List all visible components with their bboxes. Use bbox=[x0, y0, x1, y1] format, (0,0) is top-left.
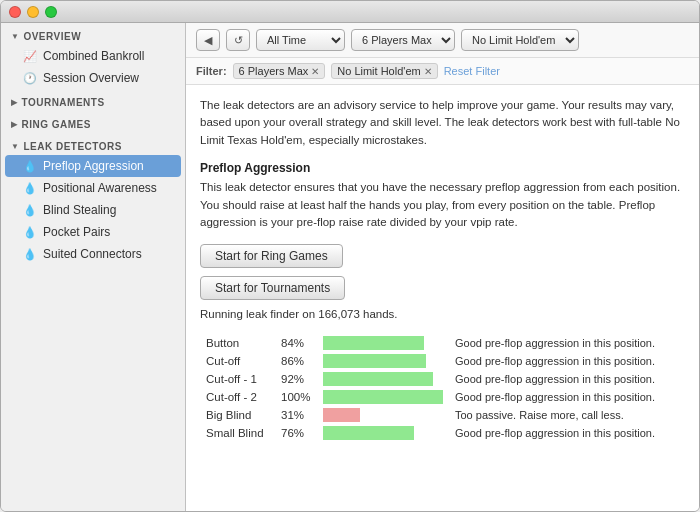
action-buttons: Start for Ring Games Start for Tournamen… bbox=[200, 244, 685, 308]
stat-desc: Good pre-flop aggression in this positio… bbox=[449, 352, 685, 370]
table-row: Big Blind 31% Too passive. Raise more, c… bbox=[200, 406, 685, 424]
stat-bar-fill bbox=[323, 408, 360, 422]
sidebar-item-pocket-pairs[interactable]: 💧 Pocket Pairs bbox=[1, 221, 185, 243]
stat-bar-cell bbox=[317, 424, 449, 442]
content-area: ▼ OVERVIEW 📈 Combined Bankroll 🕐 Session… bbox=[1, 23, 699, 511]
stat-bar-fill bbox=[323, 426, 414, 440]
stat-bar-fill bbox=[323, 336, 424, 350]
stat-bar-container bbox=[323, 426, 443, 440]
stat-bar-cell bbox=[317, 352, 449, 370]
start-ring-games-button[interactable]: Start for Ring Games bbox=[200, 244, 343, 268]
ring-games-section-header: ▶ RING GAMES bbox=[1, 111, 185, 133]
tournaments-arrow: ▶ bbox=[11, 98, 18, 107]
close-button[interactable] bbox=[9, 6, 21, 18]
sidebar-item-blind-stealing[interactable]: 💧 Blind Stealing bbox=[1, 199, 185, 221]
reset-filter-link[interactable]: Reset Filter bbox=[444, 65, 500, 77]
overview-section-header: ▼ OVERVIEW bbox=[1, 23, 185, 45]
filter-bar: Filter: 6 Players Max ✕ No Limit Hold'em… bbox=[186, 58, 699, 85]
filter-tag-game-close[interactable]: ✕ bbox=[424, 66, 432, 77]
stat-bar-cell bbox=[317, 406, 449, 424]
stat-bar-container bbox=[323, 408, 443, 422]
stat-pct: 31% bbox=[275, 406, 317, 424]
back-button[interactable]: ◀ bbox=[196, 29, 220, 51]
sidebar-item-combined-bankroll[interactable]: 📈 Combined Bankroll bbox=[1, 45, 185, 67]
leak-detectors-section-header: ▼ LEAK DETECTORS bbox=[1, 133, 185, 155]
overview-arrow: ▼ bbox=[11, 32, 19, 41]
stat-bar-cell bbox=[317, 370, 449, 388]
stat-bar-cell bbox=[317, 334, 449, 352]
filter-tag-players: 6 Players Max ✕ bbox=[233, 63, 326, 79]
positional-awareness-icon: 💧 bbox=[23, 182, 37, 195]
start-tournaments-button[interactable]: Start for Tournaments bbox=[200, 276, 345, 300]
leak-detectors-arrow: ▼ bbox=[11, 142, 19, 151]
section-body: This leak detector ensures that you have… bbox=[200, 179, 685, 232]
sidebar-item-preflop-aggression[interactable]: 💧 Preflop Aggression bbox=[5, 155, 181, 177]
time-filter-select[interactable]: All Time Last Month Last Week bbox=[256, 29, 345, 51]
stat-desc: Good pre-flop aggression in this positio… bbox=[449, 334, 685, 352]
minimize-button[interactable] bbox=[27, 6, 39, 18]
game-filter-select[interactable]: No Limit Hold'em Pot Limit Omaha Fixed L… bbox=[461, 29, 579, 51]
preflop-aggression-icon: 💧 bbox=[23, 160, 37, 173]
table-row: Button 84% Good pre-flop aggression in t… bbox=[200, 334, 685, 352]
table-row: Small Blind 76% Good pre-flop aggression… bbox=[200, 424, 685, 442]
sidebar-item-session-overview[interactable]: 🕐 Session Overview bbox=[1, 67, 185, 89]
blind-stealing-icon: 💧 bbox=[23, 204, 37, 217]
table-row: Cut-off 86% Good pre-flop aggression in … bbox=[200, 352, 685, 370]
stat-bar-container bbox=[323, 372, 443, 386]
stat-pct: 86% bbox=[275, 352, 317, 370]
filter-tag-game: No Limit Hold'em ✕ bbox=[331, 63, 437, 79]
tournaments-section-header: ▶ TOURNAMENTS bbox=[1, 89, 185, 111]
stats-table: Button 84% Good pre-flop aggression in t… bbox=[200, 334, 685, 442]
stat-bar-container bbox=[323, 390, 443, 404]
stat-pct: 84% bbox=[275, 334, 317, 352]
main-content: The leak detectors are an advisory servi… bbox=[186, 85, 699, 511]
combined-bankroll-icon: 📈 bbox=[23, 50, 37, 63]
filter-label: Filter: bbox=[196, 65, 227, 77]
running-text: Running leak finder on 166,073 hands. bbox=[200, 308, 685, 320]
intro-text: The leak detectors are an advisory servi… bbox=[200, 97, 685, 149]
stat-pct: 92% bbox=[275, 370, 317, 388]
filter-tag-players-close[interactable]: ✕ bbox=[311, 66, 319, 77]
stat-bar-fill bbox=[323, 372, 433, 386]
stat-position: Big Blind bbox=[200, 406, 275, 424]
stat-desc: Good pre-flop aggression in this positio… bbox=[449, 388, 685, 406]
stat-bar-fill bbox=[323, 354, 426, 368]
ring-games-arrow: ▶ bbox=[11, 120, 18, 129]
stat-pct: 76% bbox=[275, 424, 317, 442]
sidebar-item-positional-awareness[interactable]: 💧 Positional Awareness bbox=[1, 177, 185, 199]
stat-position: Button bbox=[200, 334, 275, 352]
sidebar: ▼ OVERVIEW 📈 Combined Bankroll 🕐 Session… bbox=[1, 23, 186, 511]
stat-position: Cut-off bbox=[200, 352, 275, 370]
main-window: ▼ OVERVIEW 📈 Combined Bankroll 🕐 Session… bbox=[0, 0, 700, 512]
table-row: Cut-off - 1 92% Good pre-flop aggression… bbox=[200, 370, 685, 388]
stat-bar-container bbox=[323, 354, 443, 368]
session-overview-icon: 🕐 bbox=[23, 72, 37, 85]
stat-desc: Too passive. Raise more, call less. bbox=[449, 406, 685, 424]
stat-bar-fill bbox=[323, 390, 443, 404]
stat-position: Cut-off - 1 bbox=[200, 370, 275, 388]
maximize-button[interactable] bbox=[45, 6, 57, 18]
stat-position: Cut-off - 2 bbox=[200, 388, 275, 406]
players-filter-select[interactable]: 6 Players Max All Players 9 Players Max bbox=[351, 29, 455, 51]
stat-position: Small Blind bbox=[200, 424, 275, 442]
titlebar bbox=[1, 1, 699, 23]
toolbar: ◀ ↺ All Time Last Month Last Week 6 Play… bbox=[186, 23, 699, 58]
pocket-pairs-icon: 💧 bbox=[23, 226, 37, 239]
sidebar-item-suited-connectors[interactable]: 💧 Suited Connectors bbox=[1, 243, 185, 265]
main-panel: ◀ ↺ All Time Last Month Last Week 6 Play… bbox=[186, 23, 699, 511]
stat-bar-cell bbox=[317, 388, 449, 406]
stat-bar-container bbox=[323, 336, 443, 350]
stat-desc: Good pre-flop aggression in this positio… bbox=[449, 424, 685, 442]
table-row: Cut-off - 2 100% Good pre-flop aggressio… bbox=[200, 388, 685, 406]
suited-connectors-icon: 💧 bbox=[23, 248, 37, 261]
stat-pct: 100% bbox=[275, 388, 317, 406]
stat-desc: Good pre-flop aggression in this positio… bbox=[449, 370, 685, 388]
refresh-button[interactable]: ↺ bbox=[226, 29, 250, 51]
section-title: Preflop Aggression bbox=[200, 161, 685, 175]
